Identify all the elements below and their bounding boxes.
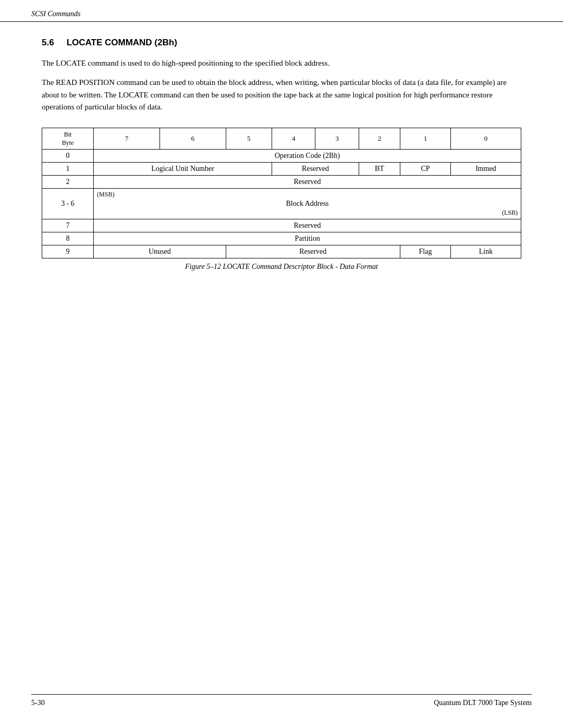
col1-header: 1 <box>400 128 450 150</box>
reserved-cell-9: Reserved <box>226 245 400 258</box>
col2-header: 2 <box>359 128 400 150</box>
table-row: 7 Reserved <box>42 219 521 232</box>
col7-header: 7 <box>94 128 160 150</box>
paragraph-2: The READ POSITION command can be used to… <box>42 77 521 113</box>
table-row: 2 Reserved <box>42 176 521 189</box>
header-title: SCSI Commands <box>31 10 81 18</box>
partition-cell: Partition <box>94 232 521 245</box>
col5-header: 5 <box>226 128 272 150</box>
byte-7: 7 <box>42 219 94 232</box>
footer-content: 5-30 Quantum DLT 7000 Tape System <box>31 699 532 707</box>
link-cell: Link <box>451 245 521 258</box>
reserved-cell-1: Reserved <box>272 163 359 176</box>
lun-cell: Logical Unit Number <box>94 163 272 176</box>
table-row: 0 Operation Code (2Bh) <box>42 150 521 163</box>
section-number: 5.6 <box>42 38 54 48</box>
unused-cell: Unused <box>94 245 226 258</box>
col3-header: 3 <box>315 128 359 150</box>
paragraph-1: The LOCATE command is used to do high-sp… <box>42 57 521 69</box>
table-row: 8 Partition <box>42 232 521 245</box>
byte-2: 2 <box>42 176 94 189</box>
immed-cell: Immed <box>451 163 521 176</box>
byte-9: 9 <box>42 245 94 258</box>
section-heading: 5.6 LOCATE COMMAND (2Bh) <box>42 38 521 48</box>
bt-cell: BT <box>359 163 400 176</box>
byte-0: 0 <box>42 150 94 163</box>
main-content: 5.6 LOCATE COMMAND (2Bh) The LOCATE comm… <box>0 22 563 297</box>
section-title: LOCATE COMMAND (2Bh) <box>67 38 177 48</box>
footer-divider <box>31 694 532 695</box>
flag-cell: Flag <box>400 245 450 258</box>
reserved-cell-7: Reserved <box>94 219 521 232</box>
byte-1: 1 <box>42 163 94 176</box>
cp-cell: CP <box>400 163 450 176</box>
col4-header: 4 <box>272 128 315 150</box>
figure-caption: Figure 5–12 LOCATE Command Descriptor Bl… <box>42 263 521 271</box>
page-header: SCSI Commands <box>0 0 563 22</box>
col6-header: 6 <box>160 128 226 150</box>
byte-8: 8 <box>42 232 94 245</box>
bit-byte-cell: Bit Byte <box>42 128 94 150</box>
table-row: 9 Unused Reserved Flag Link <box>42 245 521 258</box>
block-address-cell: (MSB) Block Address (LSB) <box>94 189 521 219</box>
document-title: Quantum DLT 7000 Tape System <box>434 699 532 707</box>
command-table: Bit Byte 7 6 5 4 3 2 1 0 0 <box>42 128 521 258</box>
page-footer: 5-30 Quantum DLT 7000 Tape System <box>0 694 563 707</box>
table-row: 3 - 6 (MSB) Block Address (LSB) <box>42 189 521 219</box>
table-header-row: Bit Byte 7 6 5 4 3 2 1 0 <box>42 128 521 150</box>
reserved-cell-2: Reserved <box>94 176 521 189</box>
byte-3-6: 3 - 6 <box>42 189 94 219</box>
page: SCSI Commands 5.6 LOCATE COMMAND (2Bh) T… <box>0 0 563 728</box>
op-code-cell: Operation Code (2Bh) <box>94 150 521 163</box>
page-number: 5-30 <box>31 699 45 707</box>
table-wrap: Bit Byte 7 6 5 4 3 2 1 0 0 <box>42 128 521 271</box>
table-row: 1 Logical Unit Number Reserved BT CP Imm… <box>42 163 521 176</box>
col0-header: 0 <box>451 128 521 150</box>
